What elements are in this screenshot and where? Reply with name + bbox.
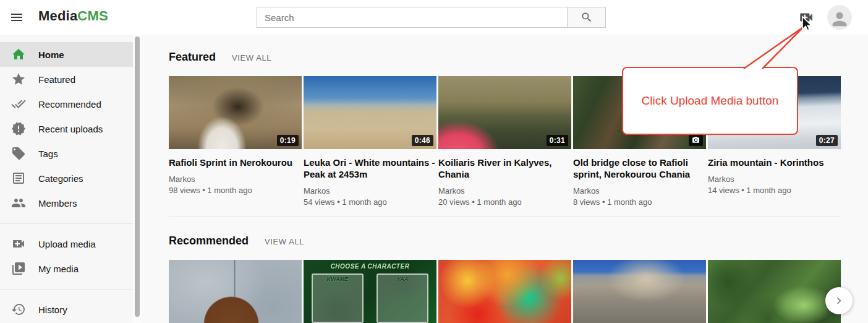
tag-icon xyxy=(11,146,26,161)
section-title: Recommended xyxy=(169,235,249,248)
game-thumb-panel: KWAME xyxy=(312,273,364,323)
video-card: 0:46 Leuka Ori - White mountains - Peak … xyxy=(304,76,436,207)
video-thumbnail[interactable] xyxy=(169,260,302,323)
sidebar-item-upload-media[interactable]: Upload media xyxy=(0,231,133,256)
recommended-cards-row: CHOOSE A CHARACTER KWAME YAA Selected Se… xyxy=(169,260,841,323)
video-thumbnail[interactable] xyxy=(573,260,706,323)
video-author[interactable]: Markos xyxy=(304,186,436,196)
my-media-icon xyxy=(11,261,26,276)
logo-media: Media xyxy=(38,8,77,24)
star-icon xyxy=(11,72,26,87)
camera-icon xyxy=(692,136,700,144)
sidebar-item-label: Home xyxy=(38,50,64,60)
sidebar-divider xyxy=(0,223,133,224)
logo-cms: CMS xyxy=(77,8,108,24)
sidebar-item-label: Upload media xyxy=(38,239,96,249)
home-icon xyxy=(11,47,26,62)
sidebar-item-label: History xyxy=(38,304,67,315)
video-thumbnail[interactable]: 0:19 xyxy=(169,76,302,149)
sidebar-divider xyxy=(0,289,133,290)
duration-badge: 0:19 xyxy=(277,135,299,146)
video-author[interactable]: Markos xyxy=(438,186,571,196)
game-thumb-panel: YAA xyxy=(377,273,428,323)
section-divider xyxy=(169,217,841,217)
video-card: 0:31 Koiliaris River in Kalyves, Chania … xyxy=(438,76,571,207)
video-meta: 20 views • 1 month ago xyxy=(438,197,571,207)
search-icon xyxy=(581,11,593,24)
sidebar-item-home[interactable]: Home xyxy=(0,42,133,67)
sidebar-item-recommended[interactable]: Recommended xyxy=(0,92,133,116)
members-icon xyxy=(11,196,26,210)
sidebar: Home Featured Recommended Recent uploads… xyxy=(0,35,133,323)
sidebar-item-label: Tags xyxy=(38,149,58,159)
new-releases-icon xyxy=(11,121,26,136)
user-avatar[interactable] xyxy=(827,5,852,30)
video-thumbnail[interactable]: 0:31 xyxy=(438,76,571,149)
video-meta: 14 views • 1 month ago xyxy=(708,185,841,196)
top-bar: MediaCMS xyxy=(0,0,868,35)
sidebar-item-members[interactable]: Members xyxy=(0,191,133,215)
sidebar-item-label: Categories xyxy=(38,173,83,184)
sidebar-scrollbar-thumb[interactable] xyxy=(135,37,140,317)
sidebar-item-featured[interactable]: Featured xyxy=(0,67,133,92)
video-thumbnail[interactable] xyxy=(438,260,571,323)
video-title[interactable]: Koiliaris River in Kalyves, Chania xyxy=(438,157,571,180)
sidebar-item-my-media[interactable]: My media xyxy=(0,256,133,281)
recommended-section: Recommended VIEW ALL CHOOSE A CHARACTER … xyxy=(169,235,841,323)
video-card: 0:19 Rafioli Sprint in Nerokourou Markos… xyxy=(169,76,302,207)
game-thumb-title: CHOOSE A CHARACTER xyxy=(304,263,436,270)
view-all-link[interactable]: VIEW ALL xyxy=(232,53,271,62)
video-title[interactable]: Leuka Ori - White mountains - Peak at 24… xyxy=(304,157,436,180)
upload-media-icon xyxy=(798,9,814,25)
history-icon xyxy=(11,302,26,317)
person-icon xyxy=(829,9,850,30)
video-thumbnail[interactable] xyxy=(708,260,841,323)
chevron-right-icon xyxy=(832,294,846,308)
video-title[interactable]: Ziria mountain - Korinthos xyxy=(708,157,841,168)
video-thumbnail[interactable]: CHOOSE A CHARACTER KWAME YAA Selected Se… xyxy=(304,260,436,323)
search-input[interactable] xyxy=(257,7,567,28)
sidebar-item-label: Recommended xyxy=(38,99,101,110)
video-meta: 8 views • 1 month ago xyxy=(573,197,706,207)
sidebar-item-label: My media xyxy=(38,264,79,274)
sidebar-item-label: Members xyxy=(38,198,77,209)
video-meta: 98 views • 1 month ago xyxy=(169,185,302,196)
video-thumbnail[interactable]: 0:46 xyxy=(304,76,436,149)
logo[interactable]: MediaCMS xyxy=(38,8,108,24)
upload-media-button[interactable] xyxy=(798,9,814,25)
game-character-name: KWAME xyxy=(313,276,362,282)
video-author[interactable]: Markos xyxy=(708,174,841,184)
search-button[interactable] xyxy=(567,7,606,28)
view-all-link[interactable]: VIEW ALL xyxy=(265,237,304,246)
sidebar-scrollbar xyxy=(133,35,141,323)
upload-media-icon xyxy=(11,236,26,251)
video-author[interactable]: Markos xyxy=(169,174,302,184)
annotation-tooltip: Click Upload Media button xyxy=(622,67,798,135)
duration-badge: 0:46 xyxy=(412,135,433,146)
sidebar-item-label: Recent uploads xyxy=(38,124,103,134)
annotation-text: Click Upload Media button xyxy=(642,94,779,108)
sidebar-item-categories[interactable]: Categories xyxy=(0,166,133,191)
search-bar xyxy=(257,7,606,28)
video-title[interactable]: Rafioli Sprint in Nerokourou xyxy=(169,157,302,168)
done-all-icon xyxy=(11,97,26,111)
sidebar-item-label: Featured xyxy=(38,74,75,85)
video-meta: 54 views • 1 month ago xyxy=(304,197,436,207)
hamburger-menu-icon[interactable] xyxy=(9,10,25,26)
carousel-next-button[interactable] xyxy=(825,287,853,314)
video-author[interactable]: Markos xyxy=(573,186,706,196)
duration-badge: 0:27 xyxy=(816,135,838,146)
sidebar-item-history[interactable]: History xyxy=(0,297,133,322)
game-character-name: YAA xyxy=(378,276,427,282)
section-title: Featured xyxy=(169,51,216,64)
video-title[interactable]: Old bridge close to Rafioli sprint, Nero… xyxy=(573,157,706,180)
sidebar-item-tags[interactable]: Tags xyxy=(0,141,133,166)
sidebar-item-recent-uploads[interactable]: Recent uploads xyxy=(0,116,133,141)
categories-icon xyxy=(11,171,26,186)
duration-badge: 0:31 xyxy=(547,135,568,146)
image-type-badge xyxy=(689,134,703,146)
